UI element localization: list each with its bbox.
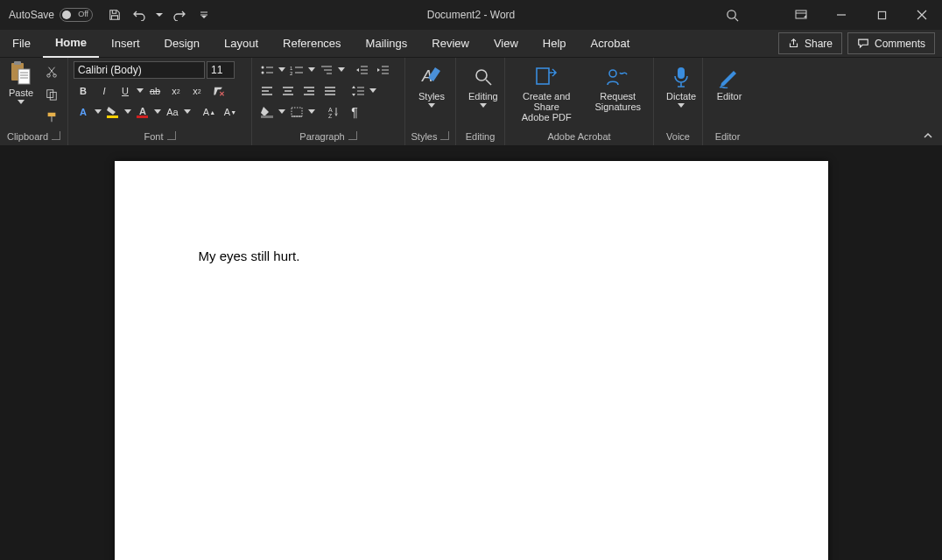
document-area[interactable]: My eyes still hurt.: [0, 145, 942, 560]
qat-customize[interactable]: [196, 7, 212, 23]
editing-button[interactable]: Editing: [461, 61, 505, 112]
shading-button[interactable]: [257, 103, 277, 121]
change-case-dropdown[interactable]: [184, 103, 191, 121]
clear-formatting-icon: [212, 85, 225, 97]
close-icon: [917, 10, 927, 20]
styles-button[interactable]: A Styles: [411, 61, 453, 112]
undo-button[interactable]: [131, 7, 147, 23]
font-color-icon: A: [136, 106, 150, 118]
dictate-label: Dictate: [666, 91, 696, 102]
tab-acrobat[interactable]: Acrobat: [579, 30, 643, 58]
document-body-text[interactable]: My eyes still hurt.: [199, 248, 744, 263]
svg-text:A: A: [328, 107, 333, 113]
create-share-pdf-button[interactable]: Create and ShareAdobe PDF: [510, 61, 582, 126]
text-effects-button[interactable]: A: [74, 103, 93, 121]
borders-button[interactable]: [287, 103, 306, 121]
editor-button[interactable]: Editor: [708, 61, 750, 105]
subscript-button[interactable]: x2: [166, 82, 186, 100]
line-spacing-button[interactable]: [348, 82, 368, 100]
maximize-icon: [877, 10, 887, 20]
paste-button[interactable]: Paste: [5, 61, 37, 105]
align-right-button[interactable]: [299, 82, 319, 100]
find-icon: [473, 66, 494, 88]
decrease-indent-icon: [355, 65, 368, 75]
page[interactable]: My eyes still hurt.: [115, 161, 828, 560]
sort-button[interactable]: AZ: [324, 103, 343, 121]
line-spacing-dropdown[interactable]: [369, 82, 376, 100]
svg-text:Z: Z: [328, 113, 333, 118]
search-button[interactable]: [723, 6, 741, 24]
strikethrough-button[interactable]: ab: [145, 82, 165, 100]
save-button[interactable]: [107, 7, 123, 23]
grow-font-button[interactable]: A▲: [200, 103, 219, 121]
bullets-dropdown[interactable]: [278, 61, 285, 79]
font-launcher[interactable]: [167, 131, 176, 140]
tab-review[interactable]: Review: [419, 30, 482, 58]
highlight-button[interactable]: [103, 103, 123, 121]
tab-insert[interactable]: Insert: [99, 30, 152, 58]
underline-button[interactable]: U: [116, 82, 135, 100]
borders-dropdown[interactable]: [308, 103, 315, 121]
superscript-button[interactable]: x2: [187, 82, 207, 100]
underline-dropdown[interactable]: [137, 82, 144, 100]
multilevel-dropdown[interactable]: [338, 61, 345, 79]
decrease-indent-button[interactable]: [352, 61, 371, 79]
bullets-icon: [260, 65, 274, 75]
font-color-button[interactable]: A: [133, 103, 152, 121]
comments-button[interactable]: Comments: [847, 32, 935, 54]
bullets-button[interactable]: [257, 61, 277, 79]
undo-dropdown[interactable]: [156, 6, 163, 24]
share-button[interactable]: Share: [778, 32, 842, 54]
tab-view[interactable]: View: [482, 30, 531, 58]
change-case-button[interactable]: Aa: [163, 103, 182, 121]
collapse-ribbon-button[interactable]: [923, 131, 933, 140]
increase-indent-button[interactable]: [373, 61, 392, 79]
chevron-down-icon: [480, 103, 487, 108]
dictate-button[interactable]: Dictate: [659, 61, 703, 112]
request-signatures-button[interactable]: RequestSignatures: [587, 61, 648, 116]
shrink-font-button[interactable]: A▼: [221, 103, 240, 121]
cut-icon: [46, 66, 58, 78]
styles-group-label: Styles: [411, 131, 438, 142]
font-name-select[interactable]: Calibri (Body): [74, 61, 205, 79]
svg-point-0: [727, 10, 735, 18]
numbering-button[interactable]: 12: [287, 61, 306, 79]
group-paragraph: 12: [252, 58, 405, 145]
signature-icon: [605, 66, 631, 88]
clipboard-launcher[interactable]: [52, 131, 60, 140]
bold-button[interactable]: B: [74, 82, 93, 100]
minimize-button[interactable]: [821, 0, 861, 30]
format-painter-button[interactable]: [42, 108, 61, 126]
close-button[interactable]: [902, 0, 942, 30]
maximize-button[interactable]: [861, 0, 902, 30]
styles-launcher[interactable]: [440, 131, 449, 140]
tab-references[interactable]: References: [271, 30, 353, 58]
paragraph-launcher[interactable]: [348, 131, 357, 140]
tab-design[interactable]: Design: [152, 30, 212, 58]
multilevel-list-button[interactable]: [317, 61, 336, 79]
justify-button[interactable]: [320, 82, 340, 100]
text-effects-dropdown[interactable]: [95, 103, 102, 121]
font-color-dropdown[interactable]: [154, 103, 161, 121]
clear-formatting-button[interactable]: [208, 82, 228, 100]
tab-layout[interactable]: Layout: [212, 30, 271, 58]
align-left-button[interactable]: [257, 82, 277, 100]
numbering-dropdown[interactable]: [308, 61, 315, 79]
ribbon-display-options[interactable]: [781, 0, 821, 30]
redo-button[interactable]: [172, 7, 187, 23]
align-center-button[interactable]: [278, 82, 298, 100]
show-hide-button[interactable]: ¶: [345, 103, 364, 121]
styles-icon: A: [419, 66, 444, 88]
font-size-select[interactable]: 11: [207, 61, 235, 79]
italic-button[interactable]: I: [95, 82, 114, 100]
tab-file[interactable]: File: [0, 30, 43, 58]
autosave-toggle[interactable]: Off: [60, 8, 93, 22]
svg-text:2: 2: [290, 71, 293, 75]
cut-button[interactable]: [42, 63, 61, 80]
shading-dropdown[interactable]: [278, 103, 285, 121]
highlight-dropdown[interactable]: [124, 103, 131, 121]
tab-home[interactable]: Home: [43, 30, 99, 58]
tab-mailings[interactable]: Mailings: [354, 30, 420, 58]
copy-button[interactable]: [42, 86, 61, 103]
tab-help[interactable]: Help: [531, 30, 579, 58]
